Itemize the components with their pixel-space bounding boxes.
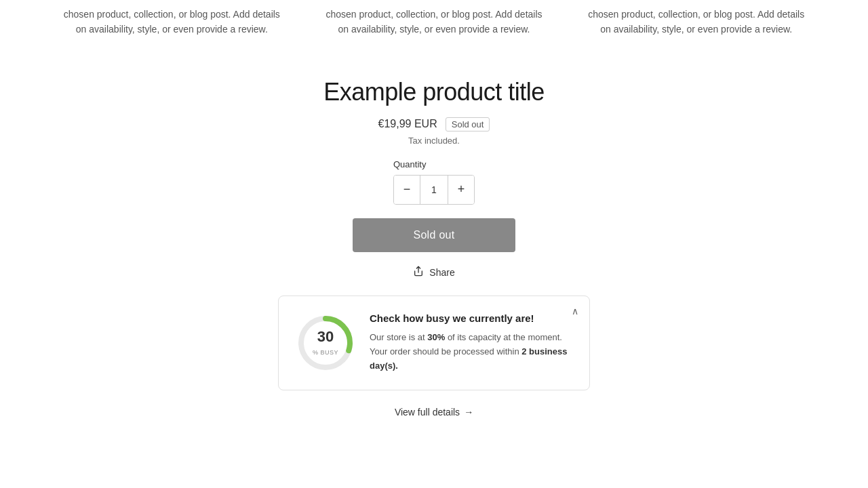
- plus-icon: +: [458, 182, 465, 197]
- donut-center: 30 % BUSY: [313, 329, 338, 357]
- busy-title: Check how busy we currently are!: [370, 312, 573, 324]
- quantity-container: − 1 +: [393, 175, 475, 205]
- product-price: €19,99 EUR: [378, 118, 437, 130]
- share-label: Share: [429, 267, 454, 278]
- sold-out-badge: Sold out: [446, 117, 490, 131]
- review-card-2: chosen product, collection, or blog post…: [303, 7, 566, 64]
- price-row: €19,99 EUR Sold out: [378, 117, 490, 131]
- chevron-up-icon: ∧: [572, 306, 578, 317]
- view-full-details-label: View full details: [395, 407, 460, 418]
- busy-percent: 30%: [427, 332, 445, 342]
- tax-info: Tax included.: [408, 136, 460, 146]
- quantity-decrease-button[interactable]: −: [394, 176, 420, 204]
- review-card-3: chosen product, collection, or blog post…: [565, 7, 827, 64]
- product-title: Example product title: [323, 78, 545, 106]
- review-card-1-text: chosen product, collection, or blog post…: [64, 9, 280, 35]
- minus-icon: −: [403, 182, 411, 197]
- collapse-button[interactable]: ∧: [572, 306, 578, 317]
- donut-label: % BUSY: [313, 349, 338, 356]
- busy-text-section: Check how busy we currently are! Our sto…: [370, 312, 573, 373]
- busy-widget: ∧ 30 % BUSY Check how busy we currently …: [278, 296, 590, 390]
- review-card-3-text: chosen product, collection, or blog post…: [588, 9, 804, 35]
- busy-desc-prefix: Our store is at: [370, 332, 427, 342]
- arrow-icon: →: [464, 407, 473, 418]
- share-row[interactable]: Share: [413, 266, 454, 279]
- page-wrapper: chosen product, collection, or blog post…: [0, 0, 868, 488]
- product-section: Example product title €19,99 EUR Sold ou…: [0, 64, 868, 445]
- quantity-value: 1: [420, 176, 448, 204]
- donut-chart: 30 % BUSY: [295, 312, 356, 373]
- quantity-increase-button[interactable]: +: [448, 176, 474, 204]
- donut-number: 30: [313, 329, 338, 345]
- share-icon: [413, 266, 424, 279]
- quantity-wrapper: − 1 +: [393, 175, 475, 205]
- review-card-2-text: chosen product, collection, or blog post…: [326, 9, 542, 35]
- review-card-1: chosen product, collection, or blog post…: [41, 7, 303, 64]
- busy-description: Our store is at 30% of its capacity at t…: [370, 331, 573, 373]
- quantity-section: Quantity − 1 +: [393, 159, 475, 210]
- sold-out-button[interactable]: Sold out: [353, 218, 515, 252]
- view-full-details-link[interactable]: View full details →: [395, 407, 473, 418]
- quantity-label: Quantity: [393, 159, 475, 169]
- review-cards-section: chosen product, collection, or blog post…: [0, 0, 868, 64]
